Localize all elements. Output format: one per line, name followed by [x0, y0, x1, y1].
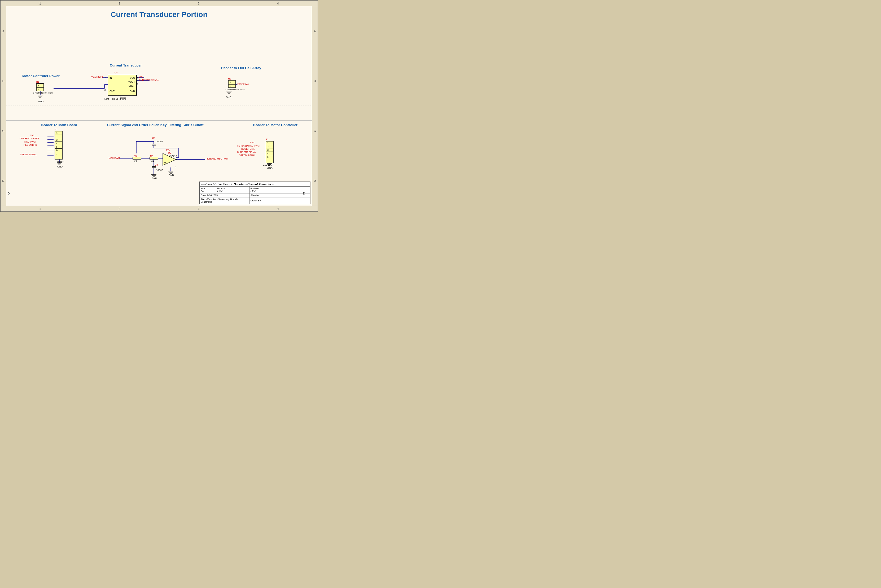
row-d-left: D [2, 179, 5, 182]
p2-box: 1 2 3 4 5 [266, 141, 274, 163]
u4-ref: U4 [114, 71, 118, 74]
sheet-label: Sheet [251, 194, 257, 196]
msc-pwm-in: MSC PWM [109, 157, 120, 159]
header-main-board-label: Header To Main Board [41, 123, 77, 127]
p1-ref: P1 [55, 128, 57, 131]
r5-box [132, 157, 141, 159]
main-area: A B C D [0, 6, 317, 206]
p1-pin3: 3 [55, 138, 62, 142]
h2-pin1: 1 [229, 84, 235, 88]
5v0-opamp: 5V0 [166, 148, 170, 151]
col-3-top: 3 [159, 2, 238, 5]
sallen-key-label: Current Signal 2nd Order Sallen Key Filt… [107, 123, 203, 127]
u4-pin3: 3 [137, 83, 138, 86]
u2-pin6: 6 [176, 158, 177, 160]
u4-vref-label: VREF [129, 84, 135, 87]
row-b-right: B [314, 80, 316, 82]
u2-pin5: 5 [175, 165, 176, 168]
u4-vout-label: VOUT [128, 81, 135, 83]
row-d-right: D [314, 179, 316, 182]
u4-gnd-label: GND [130, 90, 135, 93]
p2-5v0-label: 5V0 [250, 141, 254, 144]
p2-pin5: 5 [266, 155, 273, 159]
border-bottom: 1 2 3 4 [0, 206, 317, 212]
c4-ref: C4 [155, 164, 158, 166]
row-a-right: A [314, 30, 316, 33]
row-d-content-right: D [303, 192, 305, 195]
p2-speed: SPEED SIGNAL [239, 154, 256, 157]
revision-label: Revision [251, 187, 309, 189]
p1-pin1: 1 [55, 131, 62, 135]
u4-out-label: OUT [110, 90, 114, 93]
col-2-bottom: 2 [80, 207, 159, 210]
u2-ref: U2 [168, 152, 171, 154]
u4-in-label: IN [110, 76, 112, 79]
u4-pin1: 1 [120, 96, 122, 98]
p2-pin3: 3 [266, 148, 273, 152]
u4-pin4: 4 [137, 80, 138, 82]
h1-pin2: 2 [37, 84, 44, 88]
size-label: Size [201, 188, 215, 190]
col-3-bottom: 3 [159, 207, 238, 210]
p1-regen: REGEN BRK [24, 144, 37, 146]
header-motor-ctrl-label: Header To Motor Controller [253, 123, 298, 127]
revision-value: One [251, 189, 309, 193]
file-label: File: [201, 198, 205, 201]
u4-name: LEM - HXS 10-NP/SP3 [104, 98, 126, 100]
number-label: Number [217, 187, 248, 189]
r6-box [150, 157, 158, 159]
p1-5v0-label: 5V0 [30, 134, 34, 137]
c4-gnd-label: GND [152, 177, 157, 180]
col-4-top: 4 [238, 2, 317, 5]
size-value: A4 [201, 190, 215, 192]
p1-pin5: 5 [55, 145, 62, 148]
header-full-cell-label: Header to Full Cell Array [221, 66, 261, 70]
u4-box: IN VCC VOUT VREF OUT GND [108, 75, 137, 96]
col-1-bottom: 1 [0, 207, 80, 210]
r6-value: 33k [150, 160, 154, 163]
p2-gnd-label: GND [267, 167, 272, 170]
border-top: 1 2 3 4 [0, 0, 317, 6]
page-title: Current Transducer Portion [6, 10, 312, 19]
p2-regen: REGEN BRK [241, 148, 254, 150]
h2-pin2: 2 [229, 81, 235, 84]
filtered-msc-pwm: FILTERED MSC PWM [206, 158, 228, 160]
date-value: 9/16/2013 [207, 194, 218, 196]
row-b-left: B [2, 80, 4, 82]
u4-pin5: 5 [137, 76, 138, 79]
h1-gnd-label: GND [38, 100, 44, 103]
schematic-content: Current Transducer Portion Current Trans… [6, 6, 312, 206]
p2-ref: P2 [266, 138, 269, 141]
p1-pin2: 2 [55, 135, 62, 138]
border-left: A B C D [0, 6, 6, 206]
row-a-left: A [2, 30, 4, 33]
p1-box: 1 2 3 4 5 6 7 [55, 131, 63, 159]
r5-value: 33k [134, 160, 138, 163]
sheet-of: of [257, 194, 260, 196]
c5-value: 100nF [156, 140, 163, 143]
c5-ref: C5 [152, 137, 155, 140]
p2-curr-sig: CURRENT SIGNAL [237, 151, 257, 153]
opamp-gnd-label: GND [168, 174, 174, 177]
h1-name: 2 Pin Molex KK HDR [33, 92, 53, 94]
p1-pin7: 7 [55, 152, 62, 155]
h2-gnd-label: GND [226, 96, 231, 99]
p2-pin4: 4 [266, 152, 273, 155]
p1-curr-sig: CURRENT SIGNAL [20, 137, 39, 140]
row-c-right: C [314, 129, 316, 132]
u4-vcc-label: VCC [130, 76, 135, 79]
p2-filt-msc: FILTERED MSC PWM [237, 144, 260, 147]
p1-gnd-label: GND [57, 165, 63, 168]
h2-name: 2 Pin Molex KK HDR [225, 88, 244, 91]
vbat-26v4-u4: VBAT 26V4 [91, 75, 103, 78]
title-label: Title [201, 183, 204, 186]
p1-pin4: 4 [55, 142, 62, 145]
h1-pin1: 1 [37, 88, 44, 92]
number-value: One [217, 189, 248, 193]
h-divider [6, 120, 312, 121]
current-transducer-section-label: Current Transducer [110, 63, 142, 67]
p2-pin2: 2 [266, 145, 273, 148]
c4-value: 100nF [156, 169, 163, 171]
current-signal-out: CURRENT SIGNAL [139, 79, 159, 81]
motor-ctrl-power-label: Motor Controler Power [22, 74, 60, 78]
